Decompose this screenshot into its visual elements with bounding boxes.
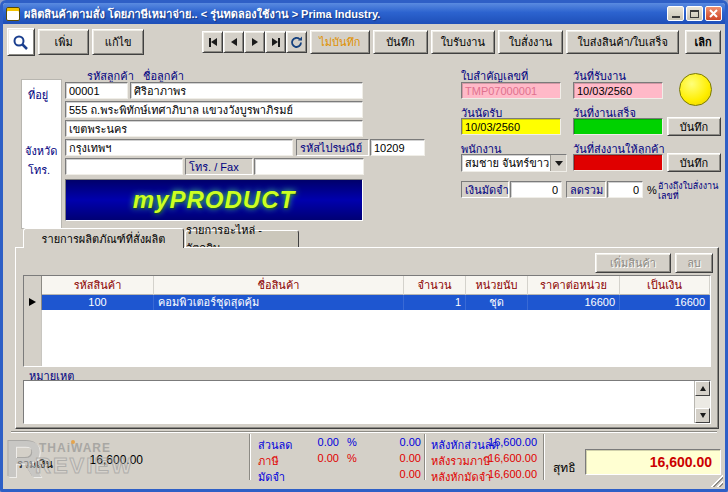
- product-logo-text: myPRODUCT: [133, 186, 295, 214]
- last-record-button[interactable]: [265, 31, 286, 53]
- delivered-date-field: [573, 154, 663, 171]
- address-line2-input[interactable]: [65, 120, 363, 137]
- next-record-icon: [252, 38, 258, 46]
- record-nav: [202, 31, 307, 53]
- watermark-dot: [71, 440, 75, 444]
- tab-products[interactable]: รายการผลิตภัณฑ์ที่สั่งผลิต: [23, 228, 184, 248]
- close-icon: [709, 9, 718, 18]
- tab-materials[interactable]: รายการอะไหล่ - วัตถุดิบ: [185, 230, 299, 248]
- maximize-icon: [690, 10, 699, 18]
- app-icon: [6, 7, 20, 21]
- address-line1-input[interactable]: [65, 101, 363, 118]
- customer-name-input[interactable]: [130, 82, 363, 99]
- prev-record-icon: [231, 38, 237, 46]
- cell-code: 100: [42, 293, 154, 311]
- discount-pct: 0.00: [299, 436, 339, 448]
- province-label: จังหวัด: [25, 142, 57, 160]
- search-icon: [12, 34, 29, 51]
- summary-vgroove-3: [543, 434, 545, 480]
- tax-percent-sign: %: [347, 452, 357, 464]
- summary-divider: [11, 431, 717, 433]
- save-delivered-button[interactable]: บันทึก: [667, 153, 721, 172]
- discount-total-label: ลดรวม: [566, 181, 606, 198]
- employee-combo[interactable]: สมชาย จันทร์ขาว: [461, 154, 567, 172]
- add-product-button[interactable]: เพิ่มสินค้า: [595, 253, 671, 273]
- phone-label: โทร.: [28, 161, 50, 179]
- after-discount-value: 16,600.00: [479, 436, 537, 448]
- resize-grip[interactable]: [711, 475, 723, 487]
- net-label: สุทธิ: [553, 458, 576, 477]
- net-amount-box: 16,600.00: [585, 449, 721, 475]
- save-button[interactable]: บันทึก: [373, 30, 429, 54]
- employee-combo-value: สมชาย จันทร์ขาว: [462, 154, 550, 172]
- grid-row-selected[interactable]: 100 คอมพิวเตอร์ชุดสุดคุ้ม 1 ชุด 16600 16…: [24, 293, 710, 310]
- deposit-label: เงินมัดจำ: [461, 181, 509, 198]
- notes-box: [23, 380, 711, 424]
- discount-amount: 0.00: [371, 436, 421, 448]
- title-bar[interactable]: ผลิตสินค้าตามสั่ง โดยภาษีเหมาจ่าย.. < รุ…: [3, 3, 725, 24]
- cell-unit-price: 16600: [528, 293, 620, 311]
- no-save-button[interactable]: ไม่บันทึก: [310, 30, 370, 54]
- scroll-up-button[interactable]: [695, 381, 710, 396]
- summary-vgroove-1: [249, 434, 251, 480]
- minimize-icon: [672, 16, 680, 18]
- tax-pct: 0.00: [299, 452, 339, 464]
- delete-product-button[interactable]: ลบ: [675, 253, 713, 273]
- received-date-field: 10/03/2560: [573, 82, 663, 99]
- address-label: ที่อยู่: [28, 86, 48, 104]
- save-finish-button[interactable]: บันทึก: [667, 117, 721, 136]
- grid-indicator-column: [24, 310, 42, 366]
- cell-amount: 16600: [620, 293, 710, 311]
- cell-unit: ชุด: [466, 293, 528, 311]
- chevron-down-icon: [555, 161, 563, 166]
- maximize-button[interactable]: [686, 6, 703, 21]
- scroll-down-button[interactable]: [695, 408, 710, 423]
- close-button[interactable]: [705, 6, 722, 21]
- products-grid[interactable]: รหัสสินค้า ชื่อสินค้า จำนวน หน่วยนับ ราค…: [23, 275, 711, 367]
- row-indicator: [24, 293, 42, 311]
- notes-scrollbar[interactable]: [694, 381, 710, 423]
- current-record-icon: [29, 298, 36, 306]
- prev-record-button[interactable]: [223, 31, 244, 53]
- refresh-button[interactable]: [286, 31, 307, 53]
- phone-input[interactable]: [65, 158, 183, 175]
- delivery-receipt-button[interactable]: ใบส่งสินค้า/ใบเสร็จ: [566, 30, 679, 54]
- notes-textarea[interactable]: [24, 381, 694, 423]
- province-input[interactable]: [65, 139, 293, 156]
- postal-code-label: รหัสไปรษณีย์: [296, 139, 369, 156]
- ref-order-label: อ้างถึงใบสั่งงานเลขที่: [658, 182, 725, 202]
- deposit-sum-label: มัดจำ: [258, 468, 285, 486]
- edit-button[interactable]: แก้ไข: [92, 29, 144, 55]
- add-button[interactable]: เพิ่ม: [38, 29, 90, 55]
- job-receipt-button[interactable]: ใบรับงาน: [431, 30, 495, 54]
- first-record-icon: [209, 38, 217, 47]
- finish-date-field: [573, 118, 663, 135]
- discount-percent-sign-2: %: [347, 436, 357, 448]
- postal-code-input[interactable]: [370, 139, 425, 156]
- combo-drop-button[interactable]: [550, 155, 566, 171]
- after-deposit-value: 16,600.00: [479, 468, 537, 480]
- toolbar: เพิ่ม แก้ไข ไม่บันทึก บันทึก ใบรับงาน ใบ…: [3, 24, 725, 60]
- cell-name: คอมพิวเตอร์ชุดสุดคุ้ม: [154, 293, 404, 311]
- deposit-input[interactable]: [510, 181, 562, 198]
- fax-input[interactable]: [254, 158, 364, 175]
- work-order-button[interactable]: ใบสั่งงาน: [498, 30, 564, 54]
- search-button[interactable]: [7, 28, 35, 56]
- deposit-amount: 0.00: [371, 468, 421, 480]
- grid-header-row: รหัสสินค้า ชื่อสินค้า จำนวน หน่วยนับ ราค…: [24, 276, 710, 293]
- discount-total-input[interactable]: [607, 181, 643, 198]
- doc-no-field: TMP07000001: [461, 82, 561, 99]
- minimize-button[interactable]: [667, 6, 684, 21]
- exit-button[interactable]: เลิก: [685, 30, 721, 54]
- app-window: ผลิตสินค้าตามสั่ง โดยภาษีเหมาจ่าย.. < รุ…: [0, 0, 728, 492]
- after-tax-value: 16,600.00: [479, 452, 537, 464]
- next-record-button[interactable]: [244, 31, 265, 53]
- customer-code-input[interactable]: [65, 82, 128, 99]
- due-date-field: 10/03/2560: [461, 118, 561, 135]
- tax-amount: 0.00: [371, 452, 421, 464]
- status-lamp: [679, 73, 712, 106]
- last-record-icon: [272, 38, 280, 47]
- first-record-button[interactable]: [202, 31, 223, 53]
- arrow-down-icon: [700, 413, 706, 418]
- fax-label: โทร. / Fax: [185, 158, 253, 175]
